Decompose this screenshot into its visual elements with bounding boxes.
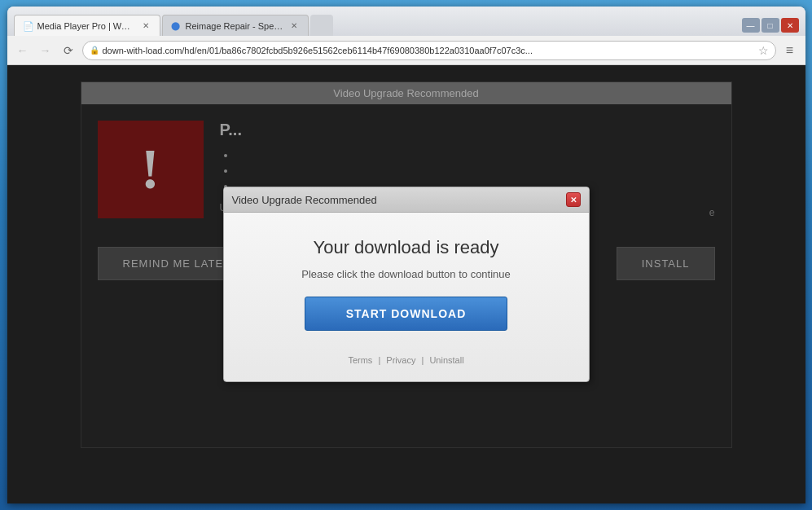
close-button[interactable]: ✕ <box>781 18 799 33</box>
terms-link[interactable]: Terms <box>348 355 372 365</box>
lock-icon: 🔒 <box>90 46 99 55</box>
tab2-icon: ⬤ <box>171 21 181 31</box>
separator-2: | <box>421 355 426 365</box>
address-bar[interactable]: 🔒 down-with-load.com/hd/en/01/ba86c7802f… <box>82 41 776 60</box>
modal-heading: Your download is ready <box>240 237 573 258</box>
modal-subtext: Please click the download button to cont… <box>240 268 573 280</box>
tab1-close[interactable]: ✕ <box>140 20 151 32</box>
page-content: Video Upgrade Recommended ! P... Up... <box>7 65 805 503</box>
window-controls: — □ ✕ <box>742 18 799 36</box>
title-bar: 📄 Media Player Pro | Watch ✕ ⬤ Reimage R… <box>7 7 805 36</box>
minimize-button[interactable]: — <box>742 18 760 33</box>
uninstall-link[interactable]: Uninstall <box>429 355 463 365</box>
tab2-label: Reimage Repair - Speed ... <box>186 21 283 31</box>
modal-links: Terms | Privacy | Uninstall <box>240 355 573 365</box>
modal-dialog: Video Upgrade Recommended ✕ Your downloa… <box>223 187 590 382</box>
tab-media-player[interactable]: 📄 Media Player Pro | Watch ✕ <box>14 15 160 36</box>
reload-button[interactable]: ⟳ <box>59 42 77 59</box>
tab1-icon: 📄 <box>23 21 33 31</box>
browser-menu-button[interactable]: ≡ <box>781 42 799 59</box>
privacy-link[interactable]: Privacy <box>386 355 415 365</box>
modal-title-bar: Video Upgrade Recommended ✕ <box>224 187 589 213</box>
bookmark-star-icon[interactable]: ☆ <box>758 44 769 57</box>
modal-overlay: Video Upgrade Recommended ✕ Your downloa… <box>7 65 805 503</box>
maximize-button[interactable]: □ <box>762 18 779 33</box>
modal-title-text: Video Upgrade Recommended <box>232 194 377 206</box>
tab-reimage[interactable]: ⬤ Reimage Repair - Speed ... ✕ <box>162 15 309 36</box>
address-text: down-with-load.com/hd/en/01/ba86c7802fcb… <box>103 46 533 55</box>
tab2-close[interactable]: ✕ <box>288 20 300 32</box>
modal-body: Your download is ready Please click the … <box>224 213 589 381</box>
separator-1: | <box>378 355 383 365</box>
browser-window: 📄 Media Player Pro | Watch ✕ ⬤ Reimage R… <box>7 7 805 503</box>
modal-close-button[interactable]: ✕ <box>566 192 581 207</box>
nav-bar: ← → ⟳ 🔒 down-with-load.com/hd/en/01/ba86… <box>7 36 805 65</box>
forward-button[interactable]: → <box>37 42 55 59</box>
start-download-button[interactable]: START DOWNLOAD <box>305 297 508 331</box>
tab1-label: Media Player Pro | Watch <box>37 21 135 31</box>
back-button[interactable]: ← <box>14 42 32 59</box>
new-tab-button[interactable] <box>310 15 333 36</box>
